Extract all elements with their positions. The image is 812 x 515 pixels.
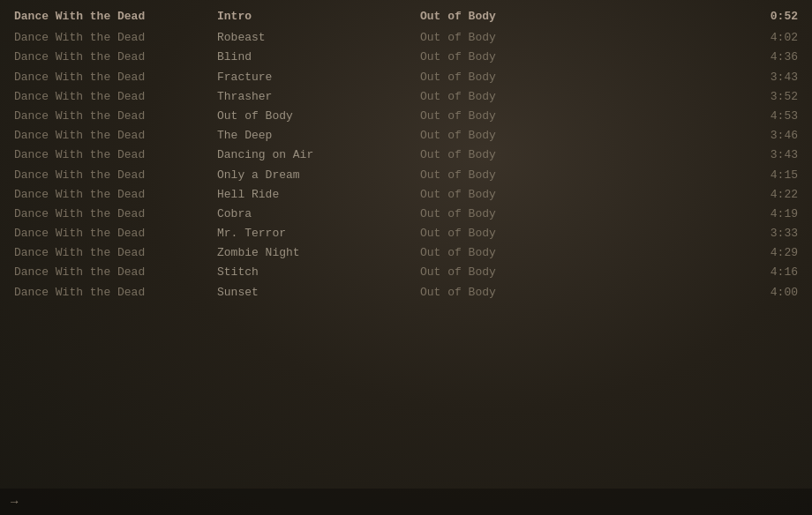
track-album: Out of Body: [420, 245, 561, 261]
track-duration: 4:22: [745, 187, 798, 203]
track-title: Thrasher: [217, 89, 420, 105]
track-title: Cobra: [217, 206, 420, 222]
track-album: Out of Body: [420, 168, 561, 183]
track-artist: Dance With the Dead: [14, 49, 217, 65]
track-artist: Dance With the Dead: [14, 89, 217, 105]
track-duration: 4:16: [745, 265, 798, 280]
header-album: Out of Body: [420, 9, 561, 25]
track-artist: Dance With the Dead: [14, 128, 217, 144]
track-album: Out of Body: [420, 187, 561, 203]
track-title: Only a Dream: [217, 168, 420, 183]
track-album: Out of Body: [420, 70, 561, 86]
track-duration: 4:53: [745, 108, 798, 124]
track-album: Out of Body: [420, 265, 561, 280]
track-duration: 3:52: [745, 89, 798, 105]
track-album: Out of Body: [420, 147, 561, 163]
track-album: Out of Body: [420, 206, 561, 222]
track-title: Hell Ride: [217, 187, 420, 203]
header-duration: 0:52: [745, 9, 798, 25]
table-row[interactable]: Dance With the DeadHell RideOut of Body4…: [0, 185, 812, 205]
track-duration: 4:36: [745, 49, 798, 65]
header-title: Intro: [217, 9, 420, 25]
track-title: Sunset: [217, 285, 420, 301]
track-duration: 4:19: [745, 206, 798, 222]
track-list: Dance With the Dead Intro Out of Body 0:…: [0, 0, 812, 310]
table-row[interactable]: Dance With the DeadThe DeepOut of Body3:…: [0, 126, 812, 146]
table-row[interactable]: Dance With the DeadMr. TerrorOut of Body…: [0, 224, 812, 243]
track-artist: Dance With the Dead: [14, 30, 217, 46]
track-album: Out of Body: [420, 226, 561, 242]
track-artist: Dance With the Dead: [14, 206, 217, 222]
track-album: Out of Body: [420, 30, 561, 46]
table-row[interactable]: Dance With the DeadDancing on AirOut of …: [0, 146, 812, 165]
table-row[interactable]: Dance With the DeadOut of BodyOut of Bod…: [0, 107, 812, 126]
track-duration: 4:15: [745, 168, 798, 183]
table-row[interactable]: Dance With the DeadBlindOut of Body4:36: [0, 48, 812, 67]
track-title: The Deep: [217, 128, 420, 144]
track-title: Dancing on Air: [217, 147, 420, 163]
table-row[interactable]: Dance With the DeadSunsetOut of Body4:00: [0, 283, 812, 302]
track-artist: Dance With the Dead: [14, 168, 217, 183]
track-title: Zombie Night: [217, 245, 420, 261]
track-duration: 4:02: [745, 30, 798, 46]
track-artist: Dance With the Dead: [14, 70, 217, 86]
header-artist: Dance With the Dead: [14, 9, 217, 25]
track-title: Stitch: [217, 265, 420, 280]
table-row[interactable]: Dance With the DeadRobeastOut of Body4:0…: [0, 28, 812, 48]
track-duration: 3:43: [745, 70, 798, 86]
track-title: Fracture: [217, 70, 420, 86]
track-artist: Dance With the Dead: [14, 108, 217, 124]
table-row[interactable]: Dance With the DeadFractureOut of Body3:…: [0, 68, 812, 87]
track-duration: 3:33: [745, 226, 798, 242]
track-artist: Dance With the Dead: [14, 147, 217, 163]
track-title: Out of Body: [217, 108, 420, 124]
track-duration: 4:00: [745, 285, 798, 301]
bottom-bar: →: [0, 489, 812, 515]
track-duration: 3:43: [745, 147, 798, 163]
track-title: Robeast: [217, 30, 420, 46]
track-album: Out of Body: [420, 285, 561, 301]
track-album: Out of Body: [420, 89, 561, 105]
arrow-icon: →: [11, 495, 18, 509]
track-duration: 3:46: [745, 128, 798, 144]
table-row[interactable]: Dance With the DeadCobraOut of Body4:19: [0, 205, 812, 224]
track-artist: Dance With the Dead: [14, 245, 217, 261]
table-row[interactable]: Dance With the DeadThrasherOut of Body3:…: [0, 87, 812, 107]
table-row[interactable]: Dance With the DeadStitchOut of Body4:16: [0, 263, 812, 282]
track-title: Mr. Terror: [217, 226, 420, 242]
track-artist: Dance With the Dead: [14, 187, 217, 203]
track-artist: Dance With the Dead: [14, 226, 217, 242]
track-list-header: Dance With the Dead Intro Out of Body 0:…: [0, 7, 812, 26]
track-title: Blind: [217, 49, 420, 65]
track-album: Out of Body: [420, 108, 561, 124]
track-duration: 4:29: [745, 245, 798, 261]
track-artist: Dance With the Dead: [14, 285, 217, 301]
track-album: Out of Body: [420, 128, 561, 144]
table-row[interactable]: Dance With the DeadOnly a DreamOut of Bo…: [0, 166, 812, 185]
track-artist: Dance With the Dead: [14, 265, 217, 280]
table-row[interactable]: Dance With the DeadZombie NightOut of Bo…: [0, 243, 812, 263]
track-album: Out of Body: [420, 49, 561, 65]
